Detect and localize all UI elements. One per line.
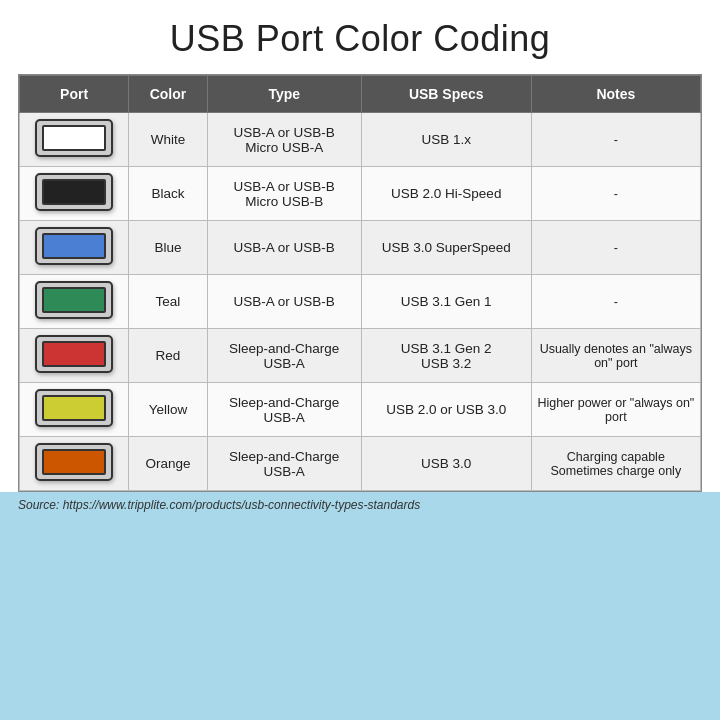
type-cell: Sleep-and-Charge USB-A: [207, 329, 361, 383]
port-cell: [20, 329, 129, 383]
usb-port-icon: [35, 119, 113, 157]
table-row: BlackUSB-A or USB-B Micro USB-BUSB 2.0 H…: [20, 167, 701, 221]
type-cell: Sleep-and-Charge USB-A: [207, 383, 361, 437]
notes-cell: Charging capable Sometimes charge only: [531, 437, 700, 491]
usb-port-icon: [35, 173, 113, 211]
notes-cell: -: [531, 113, 700, 167]
port-cell: [20, 167, 129, 221]
table-row: OrangeSleep-and-Charge USB-AUSB 3.0Charg…: [20, 437, 701, 491]
usb-port-icon: [35, 227, 113, 265]
type-cell: USB-A or USB-B Micro USB-B: [207, 167, 361, 221]
notes-cell: Higher power or "always on" port: [531, 383, 700, 437]
specs-cell: USB 3.1 Gen 1: [361, 275, 531, 329]
main-table-container: Port Color Type USB Specs Notes WhiteUSB…: [18, 74, 702, 492]
specs-cell: USB 3.0: [361, 437, 531, 491]
header-type: Type: [207, 76, 361, 113]
port-cell: [20, 275, 129, 329]
table-row: TealUSB-A or USB-BUSB 3.1 Gen 1-: [20, 275, 701, 329]
header-notes: Notes: [531, 76, 700, 113]
specs-cell: USB 2.0 Hi-Speed: [361, 167, 531, 221]
table-row: YellowSleep-and-Charge USB-AUSB 2.0 or U…: [20, 383, 701, 437]
color-cell: Teal: [129, 275, 208, 329]
usb-port-icon: [35, 281, 113, 319]
specs-cell: USB 2.0 or USB 3.0: [361, 383, 531, 437]
table-row: WhiteUSB-A or USB-B Micro USB-AUSB 1.x-: [20, 113, 701, 167]
header-port: Port: [20, 76, 129, 113]
notes-cell: -: [531, 167, 700, 221]
header-specs: USB Specs: [361, 76, 531, 113]
color-cell: Black: [129, 167, 208, 221]
color-cell: White: [129, 113, 208, 167]
notes-cell: -: [531, 221, 700, 275]
type-cell: USB-A or USB-B Micro USB-A: [207, 113, 361, 167]
color-cell: Yellow: [129, 383, 208, 437]
table-row: RedSleep-and-Charge USB-AUSB 3.1 Gen 2 U…: [20, 329, 701, 383]
header-color: Color: [129, 76, 208, 113]
type-cell: USB-A or USB-B: [207, 221, 361, 275]
color-cell: Red: [129, 329, 208, 383]
color-cell: Blue: [129, 221, 208, 275]
color-cell: Orange: [129, 437, 208, 491]
port-cell: [20, 221, 129, 275]
source-bar: Source: https://www.tripplite.com/produc…: [0, 492, 720, 512]
bottom-bar: [0, 512, 720, 720]
specs-cell: USB 3.0 SuperSpeed: [361, 221, 531, 275]
usb-port-icon: [35, 335, 113, 373]
notes-cell: Usually denotes an "always on" port: [531, 329, 700, 383]
port-cell: [20, 113, 129, 167]
port-cell: [20, 437, 129, 491]
page-title: USB Port Color Coding: [0, 0, 720, 74]
source-text: Source: https://www.tripplite.com/produc…: [18, 498, 420, 512]
table-row: BlueUSB-A or USB-BUSB 3.0 SuperSpeed-: [20, 221, 701, 275]
notes-cell: -: [531, 275, 700, 329]
type-cell: USB-A or USB-B: [207, 275, 361, 329]
usb-color-table: Port Color Type USB Specs Notes WhiteUSB…: [19, 75, 701, 491]
type-cell: Sleep-and-Charge USB-A: [207, 437, 361, 491]
specs-cell: USB 3.1 Gen 2 USB 3.2: [361, 329, 531, 383]
usb-port-icon: [35, 389, 113, 427]
specs-cell: USB 1.x: [361, 113, 531, 167]
port-cell: [20, 383, 129, 437]
usb-port-icon: [35, 443, 113, 481]
